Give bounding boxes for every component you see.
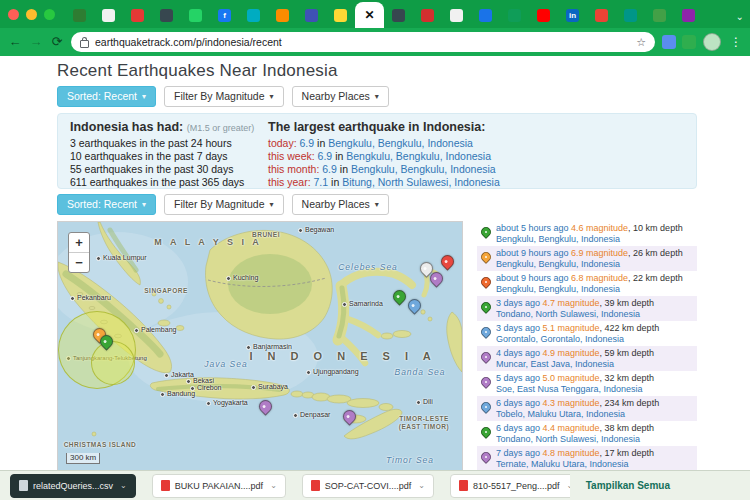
- quake-place-link[interactable]: Ternate, Maluku Utara, Indonesia: [496, 459, 629, 469]
- zoom-in-button[interactable]: +: [69, 233, 89, 252]
- url-text[interactable]: earthquaketrack.com/p/indonesia/recent: [95, 36, 630, 48]
- download-chip[interactable]: relatedQueries...csv⌄: [10, 474, 136, 498]
- map-pin-icon[interactable]: [256, 397, 274, 415]
- summary-left-title-text: Indonesia has had:: [70, 120, 183, 134]
- quake-time-link[interactable]: 4 days ago: [496, 348, 540, 358]
- summary-panel: Indonesia has had: (M1.5 or greater) 3 e…: [57, 113, 697, 189]
- traffic-light[interactable]: [8, 9, 19, 20]
- quake-place-link[interactable]: Bengkulu, Bengkulu, Indonesia: [496, 284, 620, 294]
- quake-place-link[interactable]: Tobelo, Maluku Utara, Indonesia: [496, 409, 625, 419]
- browser-tab[interactable]: [65, 2, 94, 28]
- quake-place-link[interactable]: Tondano, North Sulawesi, Indonesia: [496, 309, 640, 319]
- summary-left: Indonesia has had: (M1.5 or greater) 3 e…: [70, 120, 268, 182]
- browser-tab[interactable]: [297, 2, 326, 28]
- download-chip[interactable]: SOP-CAT-COVI....pdf⌄: [302, 474, 434, 498]
- browser-tab[interactable]: [471, 2, 500, 28]
- browser-tab[interactable]: [268, 2, 297, 28]
- browser-tab[interactable]: [181, 2, 210, 28]
- quake-place-link[interactable]: Bengkulu, Bengkulu, Indonesia: [496, 234, 620, 244]
- quake-place-line: Soe, East Nusa Tenggara, Indonesia: [496, 384, 694, 395]
- browser-tab[interactable]: [152, 2, 181, 28]
- browser-tab[interactable]: [529, 2, 558, 28]
- nearby-places-button[interactable]: Nearby Places▾: [292, 86, 389, 107]
- quake-pin: [481, 323, 491, 346]
- quake-time-link[interactable]: about 9 hours ago: [496, 248, 569, 258]
- extension-icon[interactable]: [662, 35, 676, 49]
- quake-depth: , 22 km depth: [628, 273, 683, 283]
- forward-icon[interactable]: →: [29, 35, 43, 49]
- profile-avatar[interactable]: [703, 33, 721, 51]
- browser-menu-icon[interactable]: ⋮: [730, 35, 742, 49]
- map-pin-icon: [479, 325, 493, 339]
- main-area: M A L A Y S I ABRUNEISINGAPOREI N D O N …: [57, 221, 697, 470]
- download-chip[interactable]: BUKU PAKAIAN....pdf⌄: [152, 474, 286, 498]
- tab-favicon: [305, 9, 318, 22]
- browser-tab[interactable]: [587, 2, 616, 28]
- quake-place-link[interactable]: Gorontalo, Gorontalo, Indonesia: [496, 334, 624, 344]
- quake-time-link[interactable]: about 9 hours ago: [496, 273, 569, 283]
- map-pin-icon: [479, 225, 493, 239]
- browser-tab[interactable]: [239, 2, 268, 28]
- browser-tab[interactable]: [413, 2, 442, 28]
- browser-tab[interactable]: [326, 2, 355, 28]
- browser-tab[interactable]: f: [210, 2, 239, 28]
- quake-time-link[interactable]: 3 days ago: [496, 298, 540, 308]
- map[interactable]: M A L A Y S I ABRUNEISINGAPOREI N D O N …: [57, 221, 463, 470]
- browser-tab[interactable]: [123, 2, 152, 28]
- nearby-places-button[interactable]: Nearby Places▾: [292, 194, 389, 215]
- filter-magnitude-button[interactable]: Filter By Magnitude▾: [164, 86, 283, 107]
- period-label: this week:: [268, 150, 318, 162]
- map-pin-icon[interactable]: [390, 287, 408, 305]
- browser-tab[interactable]: [384, 2, 413, 28]
- show-all-downloads-button[interactable]: Tampilkan Semua: [586, 480, 670, 491]
- magnitude-link[interactable]: 6.9: [300, 137, 315, 149]
- place-link[interactable]: Bengkulu, Bengkulu, Indonesia: [346, 150, 491, 162]
- browser-tab-active[interactable]: ✕: [355, 2, 384, 28]
- traffic-light[interactable]: [26, 9, 37, 20]
- quake-time-link[interactable]: 5 days ago: [496, 373, 540, 383]
- map-pin-icon[interactable]: [340, 407, 358, 425]
- extension-icon[interactable]: [682, 35, 696, 49]
- filter-magnitude-button[interactable]: Filter By Magnitude▾: [164, 194, 283, 215]
- magnitude-link[interactable]: 6.9: [322, 163, 337, 175]
- browser-tab[interactable]: in: [558, 2, 587, 28]
- map-pin-icon[interactable]: [438, 252, 456, 270]
- place-link[interactable]: Bengkulu, Bengkulu, Indonesia: [351, 163, 496, 175]
- place-link[interactable]: Bitung, North Sulawesi, Indonesia: [342, 176, 500, 188]
- quake-time-link[interactable]: 6 days ago: [496, 423, 540, 433]
- tab-overflow-chevron-icon[interactable]: ⌄: [736, 11, 744, 22]
- summary-count-item: 55 earthquakes in the past 30 days: [70, 163, 268, 176]
- browser-tab[interactable]: [674, 2, 703, 28]
- magnitude-link[interactable]: 6.9: [318, 150, 333, 162]
- back-icon[interactable]: ←: [8, 35, 22, 49]
- browser-tab[interactable]: [442, 2, 471, 28]
- traffic-light[interactable]: [44, 9, 55, 20]
- quake-place-link[interactable]: Tondano, North Sulawesi, Indonesia: [496, 434, 640, 444]
- quake-depth: , 32 km depth: [600, 373, 655, 383]
- quake-summary-line: about 9 hours ago 6.9 magnitude, 26 km d…: [496, 248, 694, 259]
- quake-place-link[interactable]: Bengkulu, Bengkulu, Indonesia: [496, 259, 620, 269]
- sort-recent-button[interactable]: Sorted: Recent▾: [57, 194, 156, 215]
- quake-depth: , 59 km depth: [600, 348, 655, 358]
- magnitude-link[interactable]: 7.1: [314, 176, 329, 188]
- quake-time-link[interactable]: 3 days ago: [496, 323, 540, 333]
- quake-time-link[interactable]: 6 days ago: [496, 398, 540, 408]
- browser-tab[interactable]: [616, 2, 645, 28]
- quake-text: 3 days ago 5.1 magnitude, 422 km depthGo…: [496, 323, 694, 346]
- zoom-out-button[interactable]: −: [69, 252, 89, 272]
- quake-time-link[interactable]: 7 days ago: [496, 448, 540, 458]
- place-link[interactable]: Bengkulu, Bengkulu, Indonesia: [328, 137, 473, 149]
- tab-favicon: in: [566, 9, 579, 22]
- bookmark-star-icon[interactable]: ☆: [636, 36, 646, 49]
- browser-tab[interactable]: [645, 2, 674, 28]
- sort-recent-button[interactable]: Sorted: Recent▾: [57, 86, 156, 107]
- browser-tab[interactable]: [94, 2, 123, 28]
- reload-icon[interactable]: ⟳: [50, 35, 64, 49]
- browser-tab[interactable]: [500, 2, 529, 28]
- quake-place-link[interactable]: Muncar, East Java, Indonesia: [496, 359, 614, 369]
- address-bar[interactable]: earthquaketrack.com/p/indonesia/recent ☆: [71, 32, 655, 52]
- download-chip[interactable]: 810-5517_Peng....pdf⌄: [450, 474, 570, 498]
- map-pin-icon[interactable]: [405, 296, 423, 314]
- quake-place-link[interactable]: Soe, East Nusa Tenggara, Indonesia: [496, 384, 642, 394]
- quake-time-link[interactable]: about 5 hours ago: [496, 223, 569, 233]
